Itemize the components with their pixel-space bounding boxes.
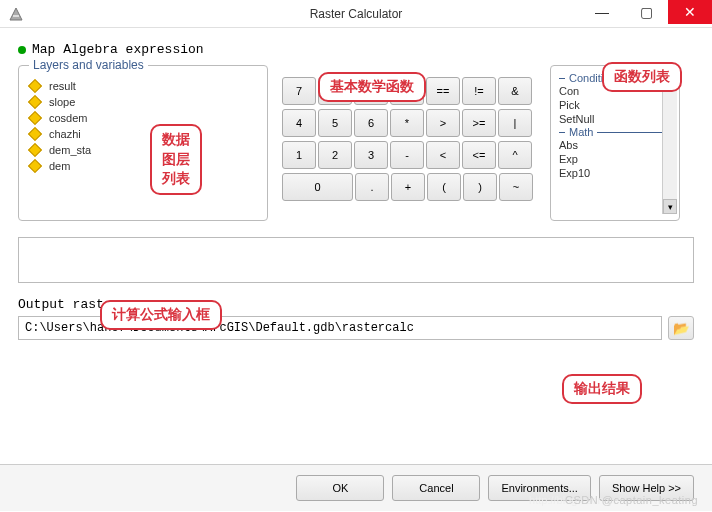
title-bar: Raster Calculator — ▢ ✕ (0, 0, 712, 28)
layers-legend: Layers and variables (29, 58, 148, 72)
expression-label: Map Algebra expression (18, 42, 694, 57)
function-group-legend: Conditional (559, 72, 662, 84)
function-item[interactable]: Exp10 (559, 166, 662, 180)
layer-icon (28, 159, 42, 173)
layer-icon (28, 111, 42, 125)
layers-panel: Layers and variables resultslopecosdemch… (18, 65, 268, 221)
functions-panel: ConditionalConPickSetNullMathAbsExpExp10… (550, 65, 680, 221)
app-icon (8, 6, 24, 22)
layer-item[interactable]: dem_sta (27, 142, 259, 158)
expression-label-text: Map Algebra expression (32, 42, 204, 57)
annotation-output: 输出结果 (562, 374, 642, 404)
layer-label: chazhi (49, 128, 81, 140)
keypad-key[interactable]: ) (463, 173, 497, 201)
layers-list[interactable]: resultslopecosdemchazhidem_stadem (27, 78, 259, 174)
minimize-button[interactable]: — (580, 0, 624, 24)
keypad-key[interactable]: 4 (282, 109, 316, 137)
function-item[interactable]: Abs (559, 138, 662, 152)
layer-icon (28, 143, 42, 157)
keypad-key[interactable]: >= (462, 109, 496, 137)
scroll-up-icon[interactable]: ▴ (663, 72, 677, 87)
keypad-key[interactable]: & (498, 77, 532, 105)
layer-item[interactable]: cosdem (27, 110, 259, 126)
scroll-down-icon[interactable]: ▾ (663, 199, 677, 214)
keypad-key[interactable]: - (390, 141, 424, 169)
layer-icon (28, 95, 42, 109)
keypad-key[interactable]: ~ (499, 173, 533, 201)
layer-item[interactable]: slope (27, 94, 259, 110)
layer-label: dem_sta (49, 144, 91, 156)
keypad-key[interactable]: ( (427, 173, 461, 201)
layer-label: result (49, 80, 76, 92)
keypad-key[interactable]: | (498, 109, 532, 137)
maximize-button[interactable]: ▢ (624, 0, 668, 24)
function-item[interactable]: SetNull (559, 112, 662, 126)
ok-button[interactable]: OK (296, 475, 384, 501)
keypad-key[interactable]: 7 (282, 77, 316, 105)
output-label: Output raster (18, 297, 694, 312)
cancel-button[interactable]: Cancel (392, 475, 480, 501)
keypad-key[interactable]: + (391, 173, 425, 201)
keypad-key[interactable]: > (426, 109, 460, 137)
svg-rect-0 (13, 15, 19, 17)
expression-input[interactable] (18, 237, 694, 283)
keypad-key[interactable]: 3 (354, 141, 388, 169)
button-bar: OK Cancel Environments... Show Help >> h… (0, 464, 712, 511)
watermark: CSDN @captain_keating (565, 494, 698, 506)
keypad-key[interactable]: < (426, 141, 460, 169)
layer-label: cosdem (49, 112, 88, 124)
scrollbar[interactable]: ▴ ▾ (662, 72, 677, 214)
keypad-key[interactable]: 6 (354, 109, 388, 137)
layer-icon (28, 79, 42, 93)
keypad-key[interactable]: . (355, 173, 389, 201)
keypad-key[interactable]: 0 (282, 173, 353, 201)
keypad-key[interactable]: 9 (354, 77, 388, 105)
layer-item[interactable]: dem (27, 158, 259, 174)
status-dot-icon (18, 46, 26, 54)
operator-keypad: 789/==!=&456*>>=|123-<<=^0.+()~ (282, 77, 536, 221)
keypad-key[interactable]: 8 (318, 77, 352, 105)
keypad-key[interactable]: 2 (318, 141, 352, 169)
keypad-key[interactable]: == (426, 77, 460, 105)
keypad-key[interactable]: != (462, 77, 496, 105)
keypad-key[interactable]: / (390, 77, 424, 105)
keypad-key[interactable]: * (390, 109, 424, 137)
layer-item[interactable]: result (27, 78, 259, 94)
layer-item[interactable]: chazhi (27, 126, 259, 142)
functions-list[interactable]: ConditionalConPickSetNullMathAbsExpExp10 (559, 72, 662, 214)
keypad-key[interactable]: 5 (318, 109, 352, 137)
layer-label: slope (49, 96, 75, 108)
keypad-key[interactable]: <= (462, 141, 496, 169)
layer-icon (28, 127, 42, 141)
keypad-key[interactable]: 1 (282, 141, 316, 169)
folder-icon: 📂 (673, 321, 690, 336)
window-title: Raster Calculator (310, 7, 403, 21)
browse-button[interactable]: 📂 (668, 316, 694, 340)
window-controls: — ▢ ✕ (580, 0, 712, 24)
output-path-input[interactable] (18, 316, 662, 340)
function-item[interactable]: Pick (559, 98, 662, 112)
function-item[interactable]: Exp (559, 152, 662, 166)
keypad-key[interactable]: ^ (498, 141, 532, 169)
function-item[interactable]: Con (559, 84, 662, 98)
function-group-legend: Math (559, 126, 662, 138)
close-button[interactable]: ✕ (668, 0, 712, 24)
layer-label: dem (49, 160, 70, 172)
